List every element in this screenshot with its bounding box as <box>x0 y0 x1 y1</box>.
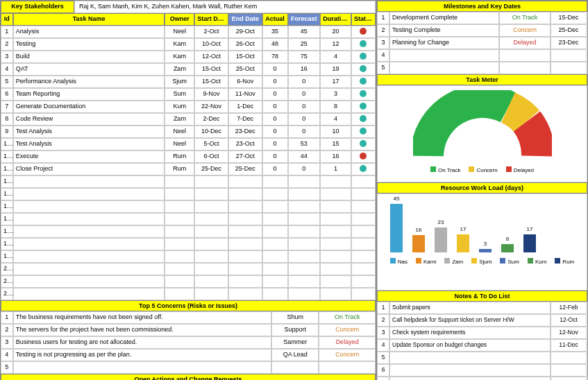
task-end[interactable]: 7-Dec <box>228 113 262 126</box>
list-row[interactable]: 2 The servers for the project have not b… <box>1 324 376 336</box>
task-row[interactable]: 9 Test Analysis Neel 10-Dec 23-Dec 0 0 1… <box>1 126 376 138</box>
ms-name[interactable]: Testing Complete <box>389 24 499 37</box>
note-date[interactable]: 12-Nov <box>551 327 587 339</box>
task-start[interactable]: 15-Oct <box>194 63 228 76</box>
milestone-row[interactable]: 2 Testing Complete Concern 25-Dec <box>377 24 587 37</box>
note-date[interactable]: 12-Oct <box>551 314 587 327</box>
note-row[interactable]: 2 Call helpdesk for Support ticket on Se… <box>377 314 587 327</box>
task-duration[interactable]: 4 <box>320 113 351 126</box>
task-actual[interactable]: 0 <box>262 138 288 150</box>
row-owner[interactable]: Support <box>271 324 319 336</box>
task-row[interactable]: 21 <box>1 275 376 288</box>
note-date[interactable] <box>551 377 587 380</box>
task-forecast[interactable]: 0 <box>288 126 321 138</box>
task-start[interactable]: 22-Nov <box>194 101 228 113</box>
list-row[interactable]: 5 <box>1 361 376 374</box>
task-end[interactable]: 15-Oct <box>228 51 262 63</box>
task-row[interactable]: 2 Testing Kam 10-Oct 26-Oct 48 25 12 <box>1 38 376 51</box>
task-row[interactable]: 7 Generate Documentation Kum 22-Nov 1-De… <box>1 101 376 113</box>
task-owner[interactable]: Rum <box>165 150 194 163</box>
task-name[interactable]: QAT <box>13 63 165 76</box>
task-row[interactable]: 14 <box>1 188 376 200</box>
task-owner[interactable]: Kam <box>165 38 194 51</box>
task-start[interactable]: 2-Dec <box>194 113 228 126</box>
task-duration[interactable]: 1 <box>320 163 351 175</box>
ms-name[interactable] <box>389 62 499 74</box>
note-text[interactable]: Update Sponsor on budget changes <box>389 339 551 352</box>
row-text[interactable]: The business requirements have not been … <box>13 311 272 324</box>
task-start[interactable]: 6-Oct <box>194 150 228 163</box>
task-row[interactable]: 22 <box>1 288 376 300</box>
task-actual[interactable]: 0 <box>262 113 288 126</box>
task-name[interactable]: Analysis <box>13 26 165 38</box>
task-name[interactable]: Team Reporting <box>13 88 165 101</box>
task-row[interactable]: 4 QAT Zam 15-Oct 25-Oct 0 16 19 <box>1 63 376 76</box>
task-start[interactable]: 10-Dec <box>194 126 228 138</box>
row-text[interactable]: Business users for testing are not alloc… <box>13 336 272 349</box>
task-forecast[interactable]: 16 <box>288 63 321 76</box>
task-name[interactable]: Testing <box>13 38 165 51</box>
task-owner[interactable]: Zam <box>165 63 194 76</box>
task-duration[interactable]: 20 <box>320 26 351 38</box>
task-row[interactable]: 19 <box>1 250 376 263</box>
task-start[interactable]: 5-Oct <box>194 138 228 150</box>
note-row[interactable]: 6 <box>377 364 587 377</box>
note-date[interactable]: 11-Dec <box>551 339 587 352</box>
ms-name[interactable] <box>389 49 499 62</box>
task-actual[interactable]: 0 <box>262 101 288 113</box>
task-name[interactable]: Code Review <box>13 113 165 126</box>
ms-name[interactable]: Planning for Change <box>389 37 499 49</box>
task-duration[interactable]: 4 <box>320 51 351 63</box>
task-actual[interactable]: 0 <box>262 88 288 101</box>
ms-name[interactable]: Development Complete <box>389 12 499 24</box>
task-duration[interactable]: 16 <box>320 150 351 163</box>
ms-date[interactable]: 23-Dec <box>551 37 587 49</box>
task-forecast[interactable]: 25 <box>288 38 321 51</box>
task-end[interactable]: 29-Oct <box>228 26 262 38</box>
milestone-row[interactable]: 5 <box>377 62 587 74</box>
note-date[interactable] <box>551 352 587 364</box>
task-actual[interactable]: 0 <box>262 163 288 175</box>
row-owner[interactable]: Shum <box>271 311 319 324</box>
note-text[interactable] <box>389 364 551 377</box>
milestone-row[interactable]: 1 Development Complete On Track 15-Dec <box>377 12 587 24</box>
milestone-row[interactable]: 4 <box>377 49 587 62</box>
note-row[interactable]: 3 Check system requirements 12-Nov <box>377 327 587 339</box>
task-start[interactable]: 9-Nov <box>194 88 228 101</box>
task-actual[interactable]: 0 <box>262 126 288 138</box>
task-start[interactable]: 2-Oct <box>194 26 228 38</box>
task-actual[interactable]: 35 <box>262 26 288 38</box>
task-name[interactable]: Generate Documentation <box>13 101 165 113</box>
task-row[interactable]: 17 <box>1 225 376 238</box>
task-start[interactable]: 12-Oct <box>194 51 228 63</box>
row-text[interactable]: The servers for the project have not bee… <box>13 324 272 336</box>
task-start[interactable]: 25-Dec <box>194 163 228 175</box>
task-forecast[interactable]: 75 <box>288 51 321 63</box>
task-duration[interactable]: 3 <box>320 88 351 101</box>
task-row[interactable]: 12 Close Project Rum 25-Dec 25-Dec 0 0 1 <box>1 163 376 175</box>
task-row[interactable]: 18 <box>1 238 376 250</box>
note-row[interactable]: 7 <box>377 377 587 380</box>
task-row[interactable]: 1 Analysis Neel 2-Oct 29-Oct 35 45 20 <box>1 26 376 38</box>
task-owner[interactable]: Neel <box>165 126 194 138</box>
task-row[interactable]: 10 Test Analysis Neel 5-Oct 23-Oct 0 53 … <box>1 138 376 150</box>
note-text[interactable]: Call helpdesk for Support ticket on Serv… <box>389 314 551 327</box>
task-owner[interactable]: Rum <box>165 163 194 175</box>
task-row[interactable]: 6 Team Reporting Sum 9-Nov 11-Nov 0 0 3 <box>1 88 376 101</box>
list-row[interactable]: 4 Testing is not progressing as per the … <box>1 349 376 361</box>
task-forecast[interactable]: 44 <box>288 150 321 163</box>
task-duration[interactable]: 12 <box>320 38 351 51</box>
ms-date[interactable] <box>551 49 587 62</box>
task-owner[interactable]: Neel <box>165 138 194 150</box>
task-forecast[interactable]: 45 <box>288 26 321 38</box>
stakeholders-value[interactable]: Raj K, Sam Manh, Kim K, Zuhen Kahen, Mar… <box>74 1 376 13</box>
task-end[interactable]: 27-Oct <box>228 150 262 163</box>
task-end[interactable]: 26-Oct <box>228 38 262 51</box>
task-duration[interactable]: 8 <box>320 101 351 113</box>
ms-date[interactable] <box>551 62 587 74</box>
ms-date[interactable]: 25-Dec <box>551 24 587 37</box>
task-forecast[interactable]: 0 <box>288 101 321 113</box>
note-text[interactable]: Check system requirements <box>389 327 551 339</box>
task-owner[interactable]: Neel <box>165 26 194 38</box>
task-owner[interactable]: Zam <box>165 113 194 126</box>
